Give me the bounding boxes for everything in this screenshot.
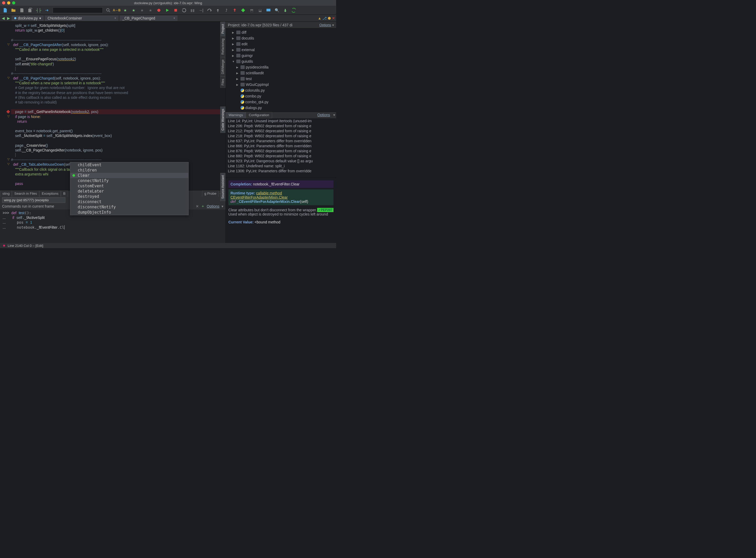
breakpoint-icon[interactable] [156, 7, 162, 13]
run-icon[interactable] [164, 7, 170, 13]
folder-node[interactable]: ▼guiutils [226, 58, 336, 64]
debug-tab[interactable]: Exceptions [39, 191, 61, 197]
bookmark-add-icon[interactable]: ★ [122, 7, 128, 13]
push-icon[interactable]: ⬓ [257, 7, 263, 13]
autocomplete-item[interactable]: destroyed [70, 194, 188, 199]
autocomplete-item[interactable]: disconnect [70, 199, 188, 204]
nav-back-icon[interactable]: ◀ [1, 16, 5, 20]
vtab-refactoring[interactable]: Refactoring [220, 36, 226, 57]
vtab-project[interactable]: Project [220, 22, 226, 36]
step-into-icon[interactable]: →| [198, 7, 204, 13]
warning-item[interactable]: Line 880: Pep8: W602 deprecated form of … [228, 154, 334, 159]
close-tab-icon[interactable]: ✕ [332, 16, 335, 20]
folder-node[interactable]: ▶WGuiCppImpl [226, 82, 336, 87]
warning-item[interactable]: Line 1182: Undefined name: split_i [228, 164, 334, 169]
autocomplete-item[interactable]: customEvent [70, 183, 188, 188]
console-clear-icon[interactable]: ✕ [196, 204, 199, 208]
autocomplete-popup[interactable]: childEventchildrenClearconnectNotifycust… [70, 162, 189, 215]
warning-item[interactable]: Line 876: Pep8: W602 deprecated form of … [228, 149, 334, 154]
download-icon[interactable] [282, 7, 288, 13]
step-return-icon[interactable]: ⤴ [224, 7, 229, 13]
folder-node[interactable]: ▶docutils [226, 35, 336, 41]
editor-gutter[interactable]: ▽ ▽ ▽ ▽▽ [0, 23, 10, 167]
find-icon[interactable]: 🔍 [274, 7, 280, 13]
debug-tab[interactable]: B [61, 191, 68, 197]
save-all-icon[interactable] [27, 7, 33, 13]
autocomplete-item[interactable]: connectNotify [70, 178, 188, 183]
folder-node[interactable]: ▶test [226, 76, 336, 82]
diff-icon[interactable] [240, 7, 246, 13]
folder-node[interactable]: ▶pysidescintilla [226, 64, 336, 70]
warning-icon[interactable]: ▲ [318, 16, 321, 20]
autocomplete-item[interactable]: deleteLater [70, 188, 188, 194]
method-combo[interactable]: _CB_PageChanged ▾ [120, 16, 178, 21]
warning-item[interactable]: Line 218: Pep8: W602 deprecated form of … [228, 134, 334, 139]
autocomplete-item[interactable]: dumpObjectInfo [70, 210, 188, 215]
warning-item[interactable]: Line 637: PyLint: Parameters differ from… [228, 139, 334, 144]
sync-icon[interactable] [291, 7, 296, 13]
options-link[interactable]: Options [207, 204, 219, 208]
vtab-diffmerge[interactable]: Diff/Merge [220, 57, 226, 76]
debug-tab-probe[interactable]: g Probe [202, 191, 219, 197]
save-icon[interactable] [19, 7, 25, 13]
vtab-files[interactable]: Files [220, 76, 226, 88]
console-add-icon[interactable]: ＋ [201, 204, 205, 209]
file-node[interactable]: colorutils.py [226, 87, 336, 93]
bookmark-prev-icon[interactable]: ★ [148, 7, 153, 13]
search-icon[interactable] [105, 7, 111, 13]
breakpoint-marker[interactable] [0, 109, 10, 114]
indent-icon[interactable]: ┤├ [36, 7, 42, 13]
debug-tab[interactable]: sting [0, 191, 12, 197]
monitor-icon[interactable] [265, 7, 271, 13]
folder-node[interactable]: ▶guimgr [226, 53, 336, 58]
process-combo[interactable] [2, 197, 65, 203]
stop-icon[interactable] [173, 7, 179, 13]
autocomplete-item[interactable]: disconnectNotify [70, 204, 188, 210]
commit-icon[interactable]: ⬒ [249, 7, 255, 13]
folder-node[interactable]: ▶edit [226, 41, 336, 47]
autocomplete-item[interactable]: children [70, 168, 188, 173]
file-node[interactable]: dialogs.py [226, 105, 336, 111]
autocomplete-item[interactable]: childEvent [70, 162, 188, 168]
upload-icon[interactable] [232, 7, 238, 13]
goto-icon[interactable] [44, 7, 50, 13]
warnings-tab[interactable]: Warnings [226, 112, 246, 118]
config-tab[interactable]: Configuration [246, 112, 272, 118]
vtab-source-assist[interactable]: Source Assistant [220, 173, 226, 201]
lock-icon[interactable]: ⬢ [328, 16, 331, 20]
pause-icon[interactable]: ▮▮ [190, 7, 195, 13]
autocomplete-item[interactable]: Clear [70, 173, 188, 178]
nav-fwd-icon[interactable]: ▶ [6, 16, 10, 20]
step-out-icon[interactable] [215, 7, 221, 13]
warning-item[interactable]: Line 1306: PyLint: Parameters differ fro… [228, 169, 334, 174]
warning-item[interactable]: Line 866: PyLint: Parameters differ from… [228, 144, 334, 149]
options-link[interactable]: Options [315, 112, 332, 118]
file-node[interactable]: combo_qt4.py [226, 99, 336, 105]
file-node[interactable]: combo.py [226, 93, 336, 99]
class-combo[interactable]: CNotebookContainer ▾ [45, 16, 119, 21]
vcs-icon[interactable]: ⎇ [322, 16, 327, 20]
bug-icon[interactable]: ✸ [3, 244, 5, 248]
folder-node[interactable]: ▶external [226, 47, 336, 53]
chevron-down-icon[interactable]: ▾ [39, 16, 41, 20]
new-file-icon[interactable] [2, 7, 8, 13]
folder-node[interactable]: ▶diff [226, 29, 336, 35]
chevron-down-icon[interactable]: ▾ [221, 204, 224, 208]
open-folder-icon[interactable] [10, 7, 16, 13]
chevron-down-icon[interactable]: ▾ [332, 23, 334, 27]
options-link[interactable]: Options [319, 23, 331, 27]
replace-icon[interactable]: A↔B [114, 7, 120, 13]
bookmark-icon[interactable]: ★ [139, 7, 145, 13]
step-over-icon[interactable] [207, 7, 212, 13]
warning-item[interactable]: Line 206: Pep8: W602 deprecated form of … [228, 124, 334, 129]
warning-item[interactable]: Line 14: PyLint: Unused import itertools… [228, 119, 334, 124]
restart-icon[interactable] [181, 7, 187, 13]
bookmark-next-icon[interactable]: ★ [131, 7, 136, 13]
folder-node[interactable]: ▶scintillaedit [226, 70, 336, 76]
vtab-warnings[interactable]: Code Warnings [220, 106, 226, 133]
project-tree[interactable]: ▶diff▶docutils▶edit▶external▶guimgr▼guiu… [226, 28, 336, 112]
chevron-down-icon[interactable]: ▾ [332, 112, 336, 118]
warnings-list[interactable]: Line 14: PyLint: Unused import itertools… [226, 118, 336, 178]
file-tab[interactable]: dockview.py ▾ [11, 16, 44, 21]
warning-item[interactable]: Line 923: PyLint: Dangerous default valu… [228, 159, 334, 164]
